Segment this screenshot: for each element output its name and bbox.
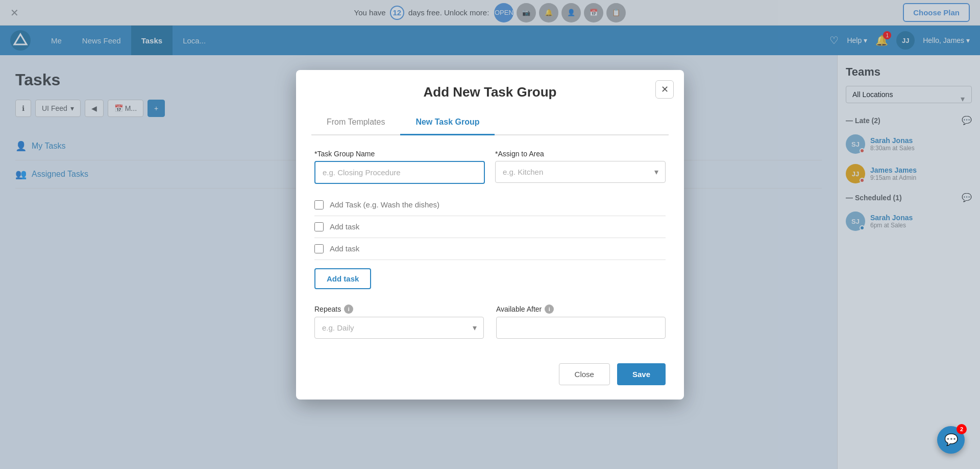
available-after-label: Available After i <box>496 304 666 314</box>
task-row-1 <box>314 216 666 238</box>
tab-new-task-group[interactable]: New Task Group <box>400 110 495 135</box>
chat-bubble-badge: 2 <box>957 424 967 434</box>
chat-bubble[interactable]: 💬 2 <box>937 426 965 454</box>
repeats-select-wrapper: e.g. Daily <box>314 317 484 339</box>
form-row-names: *Task Group Name *Assign to Area e.g. Ki… <box>314 150 666 184</box>
modal-close-button[interactable]: ✕ <box>655 80 674 99</box>
tab-from-templates[interactable]: From Templates <box>311 110 400 135</box>
available-after-info-icon[interactable]: i <box>545 304 554 314</box>
assign-area-select[interactable]: e.g. Kitchen <box>495 161 666 183</box>
available-after-group: Available After i 12:00 AM <box>496 304 666 339</box>
task-checkbox-1[interactable] <box>314 222 324 231</box>
task-list <box>314 194 666 260</box>
add-task-group-modal: Add New Task Group ✕ From Templates New … <box>296 70 684 400</box>
assign-area-select-wrapper: e.g. Kitchen <box>495 161 666 183</box>
task-input-1[interactable] <box>330 222 666 231</box>
chat-bubble-icon: 💬 <box>944 433 958 447</box>
modal-title: Add New Task Group <box>311 84 669 100</box>
task-checkbox-2[interactable] <box>314 244 324 253</box>
task-row-2 <box>314 238 666 260</box>
available-after-input[interactable]: 12:00 AM <box>496 317 666 339</box>
task-row-0 <box>314 194 666 216</box>
repeats-group: Repeats i e.g. Daily <box>314 304 484 339</box>
assign-area-group: *Assign to Area e.g. Kitchen <box>495 150 666 184</box>
task-group-name-input[interactable] <box>314 161 485 184</box>
modal-header: Add New Task Group ✕ From Templates New … <box>296 70 684 135</box>
task-group-name-group: *Task Group Name <box>314 150 485 184</box>
add-task-button[interactable]: Add task <box>314 268 371 289</box>
modal-save-button[interactable]: Save <box>617 363 666 385</box>
repeats-label: Repeats i <box>314 304 484 314</box>
repeats-select[interactable]: e.g. Daily <box>314 317 484 339</box>
modal-close-footer-button[interactable]: Close <box>559 363 610 385</box>
task-group-name-label: *Task Group Name <box>314 150 485 158</box>
modal-body: *Task Group Name *Assign to Area e.g. Ki… <box>296 135 684 353</box>
task-input-0[interactable] <box>330 200 666 209</box>
task-input-2[interactable] <box>330 244 666 253</box>
task-checkbox-0[interactable] <box>314 200 324 209</box>
modal-tabs: From Templates New Task Group <box>311 110 669 135</box>
bottom-form-row: Repeats i e.g. Daily Available After i 1… <box>314 304 666 339</box>
assign-area-label: *Assign to Area <box>495 150 666 158</box>
modal-footer: Close Save <box>296 353 684 400</box>
repeats-info-icon[interactable]: i <box>344 304 353 314</box>
